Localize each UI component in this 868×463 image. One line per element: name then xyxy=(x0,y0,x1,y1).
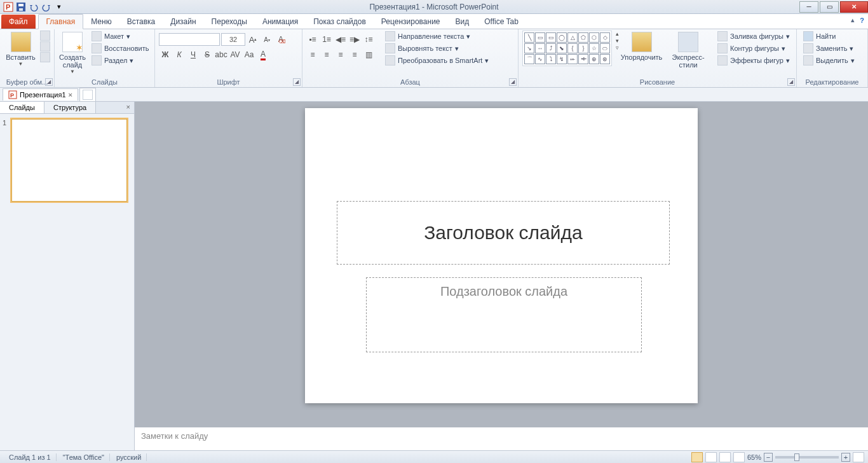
align-text-button[interactable]: Выровнять текст ▾ xyxy=(383,43,491,54)
justify-icon[interactable]: ≡ xyxy=(348,48,361,61)
shapes-gallery[interactable]: ╲▭▭◯△⬠⬡◇ ↘↔⤴⬊{}☆⬭ ⌒∿⤵↯⬰⬲⊕⊗ xyxy=(522,31,612,66)
char-spacing-icon[interactable]: AV xyxy=(229,48,241,61)
section-button[interactable]: Раздел ▾ xyxy=(89,55,151,66)
text-direction-button[interactable]: Направление текста ▾ xyxy=(383,31,491,42)
tab-design[interactable]: Дизайн xyxy=(163,15,203,29)
tab-review[interactable]: Рецензирование xyxy=(374,15,448,29)
tab-menu[interactable]: Меню xyxy=(83,15,119,29)
help-icon[interactable]: ? xyxy=(860,17,864,24)
tab-animation[interactable]: Анимация xyxy=(255,15,306,29)
tab-officetab[interactable]: Office Tab xyxy=(477,15,526,29)
shape-effects-button[interactable]: Эффекты фигур ▾ xyxy=(715,55,792,66)
qat-dropdown-icon[interactable]: ▾ xyxy=(53,1,65,13)
clear-format-icon[interactable]: A⌫ xyxy=(275,33,287,46)
thumb-number: 1 xyxy=(3,119,9,202)
align-center-icon[interactable]: ≡ xyxy=(320,48,333,61)
increase-indent-icon[interactable]: ≡▶ xyxy=(348,33,361,46)
strike-icon[interactable]: S xyxy=(201,48,214,61)
layout-button[interactable]: Макет ▾ xyxy=(89,31,151,42)
quick-styles-icon xyxy=(678,32,698,52)
subtitle-placeholder[interactable]: Подзаголовок слайда xyxy=(366,277,642,352)
cut-icon[interactable] xyxy=(40,31,50,41)
save-icon[interactable] xyxy=(15,1,27,13)
tab-view[interactable]: Вид xyxy=(448,15,477,29)
zoom-thumb[interactable] xyxy=(794,453,799,461)
copy-icon[interactable] xyxy=(40,41,50,52)
shape-outline-button[interactable]: Контур фигуры ▾ xyxy=(715,43,792,54)
new-tab-button[interactable] xyxy=(79,88,96,101)
zoom-out-icon[interactable]: − xyxy=(764,453,773,462)
find-button[interactable]: Найти xyxy=(801,31,857,42)
change-case-icon[interactable]: Aa xyxy=(243,48,255,61)
close-button[interactable]: ✕ xyxy=(840,1,868,13)
columns-icon[interactable]: ▥ xyxy=(362,48,375,61)
font-family-select[interactable] xyxy=(159,33,220,46)
new-doc-icon xyxy=(83,90,93,100)
smartart-button[interactable]: Преобразовать в SmartArt ▾ xyxy=(383,55,491,66)
paste-button[interactable]: Вставить ▼ xyxy=(4,31,37,68)
decrease-font-icon[interactable]: A▾ xyxy=(261,33,273,46)
paragraph-launcher[interactable]: ◢ xyxy=(509,78,517,86)
shadow-icon[interactable]: abc xyxy=(215,48,227,61)
increase-font-icon[interactable]: A▴ xyxy=(247,33,259,46)
reset-button[interactable]: Восстановить xyxy=(89,43,151,54)
drawing-launcher[interactable]: ◢ xyxy=(787,78,795,86)
replace-button[interactable]: Заменить ▾ xyxy=(801,43,857,54)
view-reading-icon[interactable] xyxy=(719,452,731,462)
view-slideshow-icon[interactable] xyxy=(733,452,745,462)
status-language[interactable]: русский xyxy=(111,453,147,461)
tab-slideshow[interactable]: Показ слайдов xyxy=(306,15,374,29)
font-size-select[interactable]: 32 xyxy=(221,33,245,46)
tab-home[interactable]: Главная xyxy=(38,14,84,29)
minimize-ribbon-icon[interactable]: ▴ xyxy=(851,16,855,24)
shapes-more[interactable]: ▿ xyxy=(616,45,619,51)
fit-window-icon[interactable] xyxy=(853,452,864,462)
bold-icon[interactable]: Ж xyxy=(159,48,172,61)
view-normal-icon[interactable] xyxy=(691,452,703,462)
font-launcher[interactable]: ◢ xyxy=(293,78,301,86)
shape-fill-icon xyxy=(717,31,728,41)
redo-icon[interactable] xyxy=(41,1,52,13)
shapes-scroll-down[interactable]: ▾ xyxy=(616,38,619,44)
bullets-icon[interactable]: ▪≡ xyxy=(306,33,319,46)
shape-effects-icon xyxy=(717,55,728,66)
title-placeholder[interactable]: Заголовок слайда xyxy=(337,201,670,265)
shapes-scroll-up[interactable]: ▴ xyxy=(616,31,619,37)
notes-pane[interactable]: Заметки к слайду xyxy=(135,425,868,450)
line-spacing-icon[interactable]: ↕≡ xyxy=(362,33,375,46)
arrange-button[interactable]: Упорядочить xyxy=(621,31,661,62)
pane-close-icon[interactable]: × xyxy=(123,102,134,113)
zoom-level[interactable]: 65% xyxy=(747,453,761,461)
numbering-icon[interactable]: 1≡ xyxy=(320,33,333,46)
clipboard-launcher[interactable]: ◢ xyxy=(45,78,53,86)
tab-file[interactable]: Файл xyxy=(1,15,36,29)
document-tab[interactable]: P Презентация1 × xyxy=(3,88,78,100)
paste-icon xyxy=(11,32,31,52)
decrease-indent-icon[interactable]: ◀≡ xyxy=(334,33,347,46)
undo-icon[interactable] xyxy=(28,1,39,13)
zoom-slider[interactable] xyxy=(775,456,839,459)
font-color-icon[interactable]: A xyxy=(257,48,269,61)
new-slide-button[interactable]: ✶ Создать слайд ▼ xyxy=(58,31,86,76)
align-right-icon[interactable]: ≡ xyxy=(334,48,347,61)
zoom-in-icon[interactable]: + xyxy=(841,453,850,462)
pane-tab-outline[interactable]: Структура xyxy=(44,102,96,113)
quick-styles-button[interactable]: Экспресс-стили xyxy=(664,31,712,70)
slide-thumbnail[interactable] xyxy=(11,119,127,202)
italic-icon[interactable]: К xyxy=(173,48,186,61)
format-painter-icon[interactable] xyxy=(40,52,50,62)
pane-tab-slides[interactable]: Слайды xyxy=(0,102,44,113)
ribbon: Вставить ▼ Буфер обм... ◢ ✶ Создать слай… xyxy=(0,29,868,88)
underline-icon[interactable]: Ч xyxy=(187,48,200,61)
slide-canvas[interactable]: Заголовок слайда Подзаголовок слайда xyxy=(305,108,698,403)
tab-transitions[interactable]: Переходы xyxy=(204,15,255,29)
view-sorter-icon[interactable] xyxy=(705,452,717,462)
tab-insert[interactable]: Вставка xyxy=(119,15,163,29)
minimize-button[interactable]: ─ xyxy=(799,1,818,13)
align-left-icon[interactable]: ≡ xyxy=(306,48,319,61)
close-tab-icon[interactable]: × xyxy=(69,91,72,99)
select-button[interactable]: Выделить ▾ xyxy=(801,55,857,66)
shape-fill-button[interactable]: Заливка фигуры ▾ xyxy=(715,31,792,42)
document-tabs: P Презентация1 × xyxy=(0,88,868,102)
restore-button[interactable]: ▭ xyxy=(820,1,839,13)
